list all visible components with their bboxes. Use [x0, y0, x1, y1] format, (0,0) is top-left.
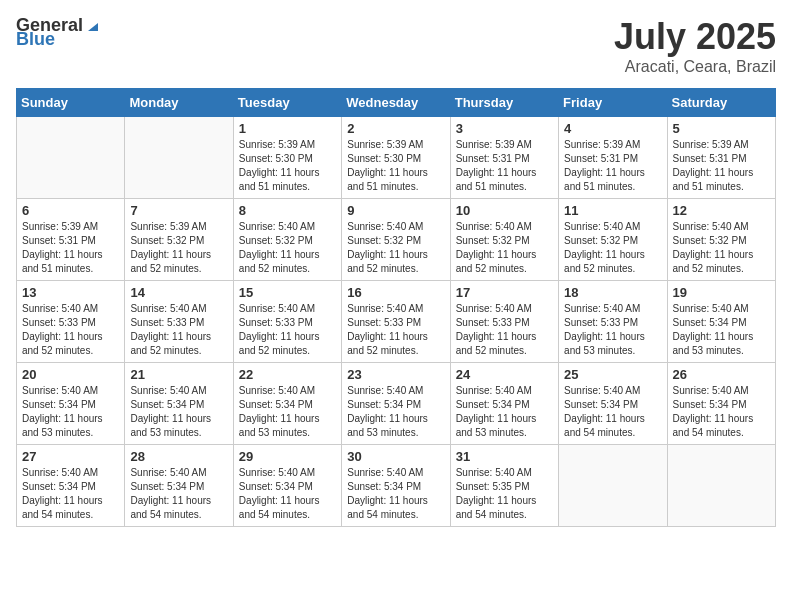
day-info: Sunrise: 5:40 AMSunset: 5:34 PMDaylight:… [130, 384, 227, 440]
day-info: Sunrise: 5:40 AMSunset: 5:34 PMDaylight:… [239, 384, 336, 440]
day-number: 30 [347, 449, 444, 464]
day-info: Sunrise: 5:40 AMSunset: 5:34 PMDaylight:… [673, 302, 770, 358]
day-number: 2 [347, 121, 444, 136]
day-info: Sunrise: 5:40 AMSunset: 5:32 PMDaylight:… [456, 220, 553, 276]
day-number: 28 [130, 449, 227, 464]
day-info: Sunrise: 5:40 AMSunset: 5:34 PMDaylight:… [564, 384, 661, 440]
calendar-day-25: 25Sunrise: 5:40 AMSunset: 5:34 PMDayligh… [559, 363, 667, 445]
day-number: 11 [564, 203, 661, 218]
calendar-day-21: 21Sunrise: 5:40 AMSunset: 5:34 PMDayligh… [125, 363, 233, 445]
day-info: Sunrise: 5:40 AMSunset: 5:34 PMDaylight:… [456, 384, 553, 440]
calendar-day-30: 30Sunrise: 5:40 AMSunset: 5:34 PMDayligh… [342, 445, 450, 527]
day-number: 14 [130, 285, 227, 300]
calendar-week-row: 1Sunrise: 5:39 AMSunset: 5:30 PMDaylight… [17, 117, 776, 199]
calendar-day-18: 18Sunrise: 5:40 AMSunset: 5:33 PMDayligh… [559, 281, 667, 363]
day-number: 3 [456, 121, 553, 136]
day-number: 8 [239, 203, 336, 218]
calendar-month-title: July 2025 [614, 16, 776, 58]
day-info: Sunrise: 5:39 AMSunset: 5:31 PMDaylight:… [456, 138, 553, 194]
calendar-day-22: 22Sunrise: 5:40 AMSunset: 5:34 PMDayligh… [233, 363, 341, 445]
calendar-header-wednesday: Wednesday [342, 89, 450, 117]
day-info: Sunrise: 5:40 AMSunset: 5:33 PMDaylight:… [347, 302, 444, 358]
page-header: General Blue July 2025 Aracati, Ceara, B… [16, 16, 776, 76]
calendar-week-row: 27Sunrise: 5:40 AMSunset: 5:34 PMDayligh… [17, 445, 776, 527]
day-number: 31 [456, 449, 553, 464]
calendar-day-14: 14Sunrise: 5:40 AMSunset: 5:33 PMDayligh… [125, 281, 233, 363]
day-number: 29 [239, 449, 336, 464]
calendar-week-row: 6Sunrise: 5:39 AMSunset: 5:31 PMDaylight… [17, 199, 776, 281]
day-number: 12 [673, 203, 770, 218]
calendar-day-7: 7Sunrise: 5:39 AMSunset: 5:32 PMDaylight… [125, 199, 233, 281]
calendar-day-29: 29Sunrise: 5:40 AMSunset: 5:34 PMDayligh… [233, 445, 341, 527]
day-info: Sunrise: 5:40 AMSunset: 5:34 PMDaylight:… [239, 466, 336, 522]
day-number: 26 [673, 367, 770, 382]
day-info: Sunrise: 5:40 AMSunset: 5:35 PMDaylight:… [456, 466, 553, 522]
day-info: Sunrise: 5:40 AMSunset: 5:34 PMDaylight:… [673, 384, 770, 440]
day-info: Sunrise: 5:39 AMSunset: 5:32 PMDaylight:… [130, 220, 227, 276]
calendar-header-monday: Monday [125, 89, 233, 117]
calendar-day-15: 15Sunrise: 5:40 AMSunset: 5:33 PMDayligh… [233, 281, 341, 363]
day-number: 20 [22, 367, 119, 382]
calendar-day-16: 16Sunrise: 5:40 AMSunset: 5:33 PMDayligh… [342, 281, 450, 363]
day-number: 27 [22, 449, 119, 464]
calendar-table: SundayMondayTuesdayWednesdayThursdayFrid… [16, 88, 776, 527]
day-info: Sunrise: 5:39 AMSunset: 5:31 PMDaylight:… [564, 138, 661, 194]
day-number: 22 [239, 367, 336, 382]
day-info: Sunrise: 5:40 AMSunset: 5:34 PMDaylight:… [22, 384, 119, 440]
day-info: Sunrise: 5:40 AMSunset: 5:33 PMDaylight:… [239, 302, 336, 358]
day-number: 4 [564, 121, 661, 136]
logo-blue-text: Blue [16, 30, 100, 48]
calendar-empty-cell [125, 117, 233, 199]
day-number: 16 [347, 285, 444, 300]
calendar-header-saturday: Saturday [667, 89, 775, 117]
day-info: Sunrise: 5:40 AMSunset: 5:33 PMDaylight:… [22, 302, 119, 358]
calendar-title-section: July 2025 Aracati, Ceara, Brazil [614, 16, 776, 76]
day-number: 23 [347, 367, 444, 382]
day-info: Sunrise: 5:40 AMSunset: 5:33 PMDaylight:… [130, 302, 227, 358]
calendar-day-27: 27Sunrise: 5:40 AMSunset: 5:34 PMDayligh… [17, 445, 125, 527]
day-number: 6 [22, 203, 119, 218]
day-number: 13 [22, 285, 119, 300]
day-number: 24 [456, 367, 553, 382]
calendar-header-row: SundayMondayTuesdayWednesdayThursdayFrid… [17, 89, 776, 117]
day-info: Sunrise: 5:40 AMSunset: 5:32 PMDaylight:… [239, 220, 336, 276]
calendar-empty-cell [17, 117, 125, 199]
day-info: Sunrise: 5:40 AMSunset: 5:34 PMDaylight:… [22, 466, 119, 522]
calendar-day-17: 17Sunrise: 5:40 AMSunset: 5:33 PMDayligh… [450, 281, 558, 363]
day-info: Sunrise: 5:40 AMSunset: 5:33 PMDaylight:… [456, 302, 553, 358]
logo: General Blue [16, 16, 100, 48]
calendar-day-3: 3Sunrise: 5:39 AMSunset: 5:31 PMDaylight… [450, 117, 558, 199]
day-number: 18 [564, 285, 661, 300]
calendar-day-26: 26Sunrise: 5:40 AMSunset: 5:34 PMDayligh… [667, 363, 775, 445]
day-number: 5 [673, 121, 770, 136]
day-number: 25 [564, 367, 661, 382]
day-info: Sunrise: 5:40 AMSunset: 5:33 PMDaylight:… [564, 302, 661, 358]
calendar-empty-cell [559, 445, 667, 527]
day-info: Sunrise: 5:39 AMSunset: 5:31 PMDaylight:… [22, 220, 119, 276]
day-info: Sunrise: 5:40 AMSunset: 5:34 PMDaylight:… [347, 384, 444, 440]
calendar-day-10: 10Sunrise: 5:40 AMSunset: 5:32 PMDayligh… [450, 199, 558, 281]
day-number: 21 [130, 367, 227, 382]
calendar-day-1: 1Sunrise: 5:39 AMSunset: 5:30 PMDaylight… [233, 117, 341, 199]
day-number: 1 [239, 121, 336, 136]
calendar-day-11: 11Sunrise: 5:40 AMSunset: 5:32 PMDayligh… [559, 199, 667, 281]
day-info: Sunrise: 5:40 AMSunset: 5:32 PMDaylight:… [673, 220, 770, 276]
calendar-day-23: 23Sunrise: 5:40 AMSunset: 5:34 PMDayligh… [342, 363, 450, 445]
day-info: Sunrise: 5:39 AMSunset: 5:31 PMDaylight:… [673, 138, 770, 194]
day-number: 9 [347, 203, 444, 218]
day-info: Sunrise: 5:40 AMSunset: 5:32 PMDaylight:… [564, 220, 661, 276]
calendar-location: Aracati, Ceara, Brazil [614, 58, 776, 76]
calendar-day-28: 28Sunrise: 5:40 AMSunset: 5:34 PMDayligh… [125, 445, 233, 527]
day-number: 15 [239, 285, 336, 300]
day-number: 10 [456, 203, 553, 218]
day-info: Sunrise: 5:39 AMSunset: 5:30 PMDaylight:… [347, 138, 444, 194]
day-info: Sunrise: 5:39 AMSunset: 5:30 PMDaylight:… [239, 138, 336, 194]
calendar-day-12: 12Sunrise: 5:40 AMSunset: 5:32 PMDayligh… [667, 199, 775, 281]
day-info: Sunrise: 5:40 AMSunset: 5:32 PMDaylight:… [347, 220, 444, 276]
calendar-header-sunday: Sunday [17, 89, 125, 117]
calendar-week-row: 13Sunrise: 5:40 AMSunset: 5:33 PMDayligh… [17, 281, 776, 363]
day-info: Sunrise: 5:40 AMSunset: 5:34 PMDaylight:… [130, 466, 227, 522]
calendar-header-thursday: Thursday [450, 89, 558, 117]
calendar-header-tuesday: Tuesday [233, 89, 341, 117]
calendar-day-9: 9Sunrise: 5:40 AMSunset: 5:32 PMDaylight… [342, 199, 450, 281]
